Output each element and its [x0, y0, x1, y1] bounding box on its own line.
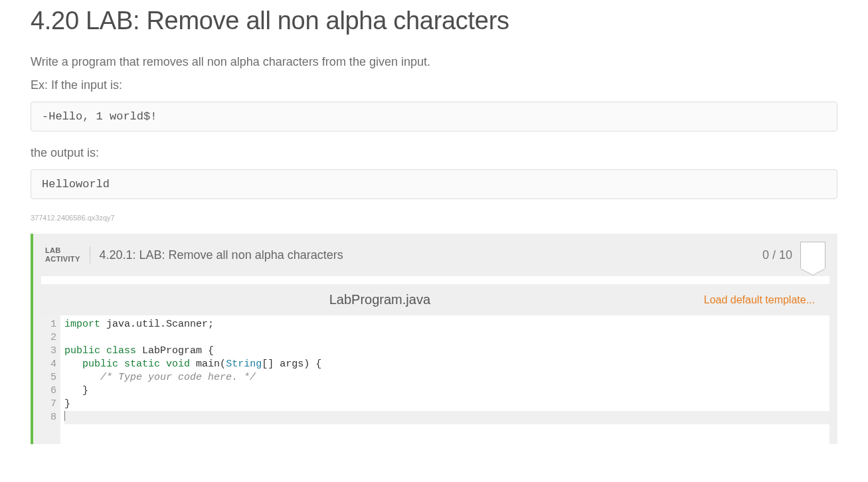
activity-type-line1: LAB: [45, 246, 80, 255]
code-line[interactable]: public class LabProgram {: [64, 345, 829, 358]
content-hash: 377412.2406586.qx3zqy7: [31, 214, 837, 222]
page-title: 4.20 LAB: Remove all non alpha character…: [31, 7, 837, 35]
code-line[interactable]: import java.util.Scanner;: [64, 318, 829, 331]
code-line[interactable]: /* Type your code here. */: [64, 371, 829, 384]
file-header: LabProgram.java Load default template...: [41, 284, 829, 315]
line-number: 1: [50, 318, 56, 331]
line-number: 2: [50, 331, 56, 345]
cursor-icon: [64, 411, 65, 421]
line-number: 6: [50, 384, 56, 398]
activity-type-label: LAB ACTIVITY: [45, 246, 90, 264]
code-line[interactable]: [64, 411, 829, 424]
code-editor[interactable]: 12345678 import java.util.Scanner; publi…: [41, 315, 829, 444]
file-name-label: LabProgram.java: [56, 292, 704, 307]
line-number: 7: [50, 398, 56, 411]
line-number: 3: [50, 345, 56, 358]
ribbon-icon: [800, 242, 825, 268]
editor-gutter: 12345678: [41, 315, 60, 444]
line-number: 4: [50, 358, 56, 371]
code-line[interactable]: public static void main(String[] args) {: [64, 358, 829, 371]
code-line[interactable]: }: [64, 398, 829, 411]
instruction-text-1: Write a program that removes all non alp…: [31, 55, 837, 69]
line-number: 8: [50, 411, 56, 424]
sample-input-box: -Hello, 1 world$!: [31, 102, 837, 131]
editor-code-area[interactable]: import java.util.Scanner; public class L…: [60, 315, 829, 444]
activity-card: LAB ACTIVITY 4.20.1: LAB: Remove all non…: [31, 234, 837, 444]
activity-type-line2: ACTIVITY: [45, 255, 80, 264]
code-line[interactable]: [64, 331, 829, 345]
instruction-text-3: the output is:: [31, 146, 837, 160]
activity-header: LAB ACTIVITY 4.20.1: LAB: Remove all non…: [33, 234, 837, 276]
activity-title: 4.20.1: LAB: Remove all non alpha charac…: [100, 248, 762, 262]
line-number: 5: [50, 371, 56, 384]
load-default-template-link[interactable]: Load default template...: [704, 294, 815, 306]
instruction-text-2: Ex: If the input is:: [31, 78, 837, 92]
activity-body: LabProgram.java Load default template...…: [41, 276, 829, 444]
sample-output-box: Helloworld: [31, 169, 837, 199]
code-line[interactable]: }: [64, 384, 829, 398]
activity-score: 0 / 10: [762, 248, 792, 262]
